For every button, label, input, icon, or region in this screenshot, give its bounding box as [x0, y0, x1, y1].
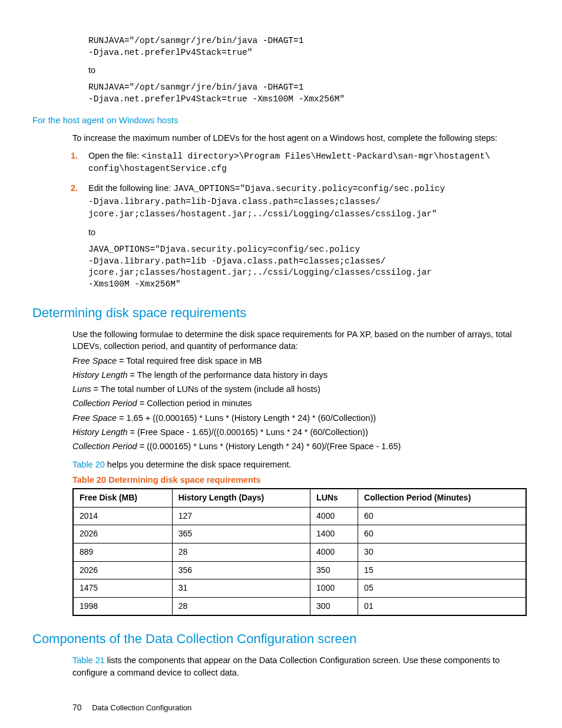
table-20-caption: Table 20 Determining disk space requirem…: [72, 474, 527, 486]
table-cell: 28: [172, 543, 310, 562]
step-number: 2.: [71, 182, 78, 194]
section-heading-hostagent-windows: For the host agent on Windows hosts: [32, 114, 527, 126]
section-heading-components: Components of the Data Collection Config…: [32, 630, 527, 648]
step-2-code-after: JAVA_OPTIONS="Djava.security.policy=conf…: [88, 244, 527, 290]
table-21-link-tail: lists the components that appear on the …: [72, 655, 500, 677]
definition-term: History Length: [72, 427, 128, 437]
definition-equation: = The length of the performance data his…: [128, 370, 328, 380]
step-2-lead: Edit the following line:: [88, 183, 173, 193]
footer-label: Data Collection Configuration: [92, 703, 191, 712]
disk-intro-paragraph: Use the following formulae to determine …: [72, 328, 527, 353]
table-cell: 4000: [310, 543, 358, 562]
separator-to: to: [88, 64, 527, 76]
table-21-link[interactable]: Table 21: [72, 655, 105, 665]
table-row: 202635635015: [73, 561, 526, 579]
definition-term: History Length: [72, 370, 128, 380]
definition-term: Luns: [72, 384, 91, 394]
definition-term: Free Space: [72, 413, 117, 423]
definition-row: Collection Period = ((0.000165) * Luns *…: [72, 440, 527, 452]
table-header-cell: LUNs: [310, 489, 358, 507]
hostagent-intro-paragraph: To increase the maximum number of LDEVs …: [72, 132, 527, 144]
table-cell: 28: [172, 597, 310, 615]
definition-row: Free Space = 1.65 + ((0.000165) * Luns *…: [72, 412, 527, 424]
table-20-link[interactable]: Table 20: [72, 460, 105, 469]
table-row: 19982830001: [73, 597, 526, 615]
table-cell: 05: [358, 579, 526, 598]
hostagent-steps-list: 1. Open the file: <install directory>\Pr…: [32, 150, 527, 290]
table-cell: 31: [172, 579, 310, 598]
definition-row: Collection Period = Collection period in…: [72, 397, 527, 409]
definition-row: History Length = The length of the perfo…: [72, 369, 527, 381]
code-block-runjava-after: RUNJAVA="/opt/sanmgr/jre/bin/java -DHAGT…: [88, 82, 527, 105]
table-cell: 1000: [310, 579, 358, 598]
definition-term: Collection Period: [72, 398, 137, 408]
table-cell: 350: [310, 561, 358, 579]
table-cell: 2026: [73, 561, 172, 579]
table-cell: 4000: [310, 507, 358, 525]
definition-row: History Length = (Free Space - 1.65)/((0…: [72, 426, 527, 438]
table-header-cell: Free Disk (MB): [73, 489, 172, 507]
table-cell: 889: [73, 543, 172, 562]
separator-to: to: [88, 226, 527, 238]
table-cell: 356: [172, 561, 310, 579]
table-header-cell: Collection Period (Minutes): [358, 489, 526, 507]
code-block-runjava-before: RUNJAVA="/opt/sanmgr/jre/bin/java -DHAGT…: [88, 35, 527, 58]
table-cell: 1400: [310, 525, 358, 543]
table-cell: 60: [358, 507, 526, 525]
table-cell: 01: [358, 597, 526, 615]
table-cell: 30: [358, 543, 526, 562]
definition-equation: = The total number of LUNs of the system…: [91, 384, 320, 394]
table-cell: 15: [358, 561, 526, 579]
step-1-lead: Open the file:: [88, 151, 141, 160]
table-cell: 365: [172, 525, 310, 543]
step-1: 1. Open the file: <install directory>\Pr…: [88, 150, 527, 175]
definition-equation: = ((0.000165) * Luns * (History Length *…: [137, 442, 401, 451]
table-cell: 2026: [73, 525, 172, 543]
definition-term: Collection Period: [72, 442, 137, 451]
step-1-path: <install directory>\Program Files\Hewlet…: [88, 151, 495, 174]
table-row: 147531100005: [73, 579, 526, 598]
definition-equation: = Collection period in minutes: [137, 398, 252, 408]
components-paragraph: Table 21 lists the components that appea…: [72, 654, 527, 678]
table-cell: 1998: [73, 597, 172, 615]
table-cell: 2014: [73, 507, 172, 525]
page-footer: 70 Data Collection Configuration: [72, 702, 527, 714]
table-cell: 1475: [73, 579, 172, 598]
table-row: 88928400030: [73, 543, 526, 562]
definition-row: Free Space = Total required free disk sp…: [72, 355, 527, 367]
table-cell: 127: [172, 507, 310, 525]
page-number: 70: [72, 703, 82, 712]
definition-row: Luns = The total number of LUNs of the s…: [72, 383, 527, 395]
table-header-cell: History Length (Days): [172, 489, 310, 507]
table-20-link-tail: helps you determine the disk space requi…: [105, 460, 292, 469]
definition-equation: = Total required free disk space in MB: [117, 356, 262, 365]
step-2: 2. Edit the following line: JAVA_OPTIONS…: [88, 182, 527, 290]
step-number: 1.: [71, 150, 78, 162]
table-cell: 60: [358, 525, 526, 543]
definition-term: Free Space: [72, 356, 117, 365]
definition-equation: = (Free Space - 1.65)/((0.000165) * Luns…: [128, 427, 368, 437]
table-cell: 300: [310, 597, 358, 615]
definition-equation: = 1.65 + ((0.000165) * Luns * (History L…: [117, 413, 376, 423]
table-row: 2014127400060: [73, 507, 526, 525]
table-20: Free Disk (MB)History Length (Days)LUNsC…: [72, 488, 527, 616]
section-heading-disk-space: Determining disk space requirements: [32, 304, 527, 322]
table-reference-paragraph: Table 20 helps you determine the disk sp…: [72, 459, 527, 470]
table-row: 2026365140060: [73, 525, 526, 543]
